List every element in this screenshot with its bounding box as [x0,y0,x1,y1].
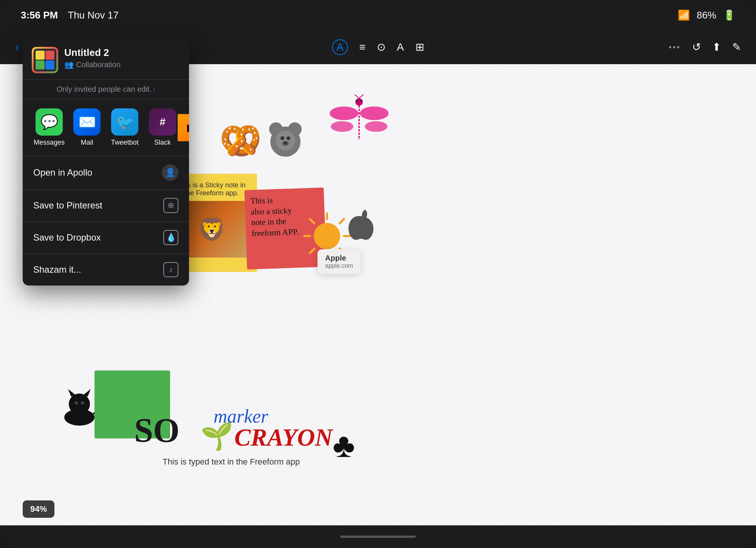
wifi-icon: 📶 [678,9,690,21]
open-apollo-label: Open in Apollo [33,167,92,178]
back-button[interactable]: ‹ [15,41,19,54]
pinterest-icon: ⊕ [163,198,178,213]
overflow-dots: ••• [669,42,681,52]
pretzel-emoji: 🥨 [219,121,262,161]
svg-point-14 [356,100,358,102]
spiral-text: SO [134,411,180,450]
svg-marker-29 [68,389,76,397]
svg-point-9 [330,107,358,120]
slack-icon: # [149,108,176,136]
svg-line-17 [359,94,364,98]
undo-button[interactable]: ↺ [692,41,701,53]
share-collab-label: 👥 Collaboration [64,60,180,69]
svg-line-25 [340,219,344,223]
typed-text: This is typed text in the Freeform app [163,457,300,467]
svg-point-15 [360,100,363,102]
bottom-bar [0,525,756,548]
svg-point-18 [314,223,340,249]
dragonfly-drawing [329,94,389,149]
share-button[interactable]: ⬆ [712,41,721,53]
svg-point-10 [360,107,389,120]
tool-shapes-icon[interactable]: ⊙ [377,41,386,53]
tool-text-icon[interactable]: ≡ [359,41,365,53]
svg-line-23 [310,219,314,223]
app-item-tweetbot[interactable]: 🐦 Tweetbot [106,108,144,147]
toolbar-tools: A ≡ ⊙ A ⊞ [332,39,424,55]
collab-icon: 👥 [64,60,74,69]
shazam-icon: ♪ [163,262,178,277]
dropbox-icon: 💧 [163,230,178,245]
tweetbot-icon: 🐦 [111,108,138,136]
markup-button[interactable]: ✎ [732,41,741,53]
svg-point-5 [287,136,290,140]
more-apps-partial: ▶ [178,114,189,141]
messages-label: Messages [34,139,65,147]
svg-point-32 [81,401,84,404]
mail-icon: ✉️ [73,108,101,136]
share-thumbnail [32,47,58,73]
home-indicator [340,536,416,538]
svg-point-11 [331,121,353,132]
share-header: Untitled 2 👥 Collaboration [23,38,189,80]
tweetbot-label: Tweetbot [111,139,138,147]
crayon-text: CRAYON [234,423,333,452]
status-right: 📶 86% 🔋 [678,9,735,21]
app-item-messages[interactable]: 💬 Messages [30,108,68,147]
share-doc-title: Untitled 2 [64,47,180,59]
save-pinterest-label: Save to Pinterest [33,200,102,211]
mail-label: Mail [81,139,93,147]
clover-symbol: ♣ [333,426,355,465]
apollo-icon: 👤 [162,164,178,181]
svg-point-12 [365,121,387,132]
status-date: Thu Nov 17 [68,9,118,21]
svg-marker-30 [83,389,91,397]
svg-line-16 [355,94,359,98]
slack-label: Slack [154,139,171,147]
share-invite-text[interactable]: Only invited people can edit. › [23,80,189,99]
save-to-dropbox-item[interactable]: Save to Dropbox 💧 [23,222,189,254]
ipad-frame: 3:56 PM Thu Nov 17 📶 86% 🔋 ‹ Untitled 2 … [0,0,756,548]
svg-point-28 [69,394,90,415]
svg-rect-34 [36,51,45,60]
svg-point-3 [276,131,295,150]
messages-icon: 💬 [36,108,63,136]
bear-emoji [265,113,306,172]
invite-arrow-icon: › [153,86,155,93]
toolbar-right: ••• ↺ ⬆ ✎ [669,41,741,53]
share-panel: Untitled 2 👥 Collaboration Only invited … [23,38,189,286]
apple-tooltip-url: apple.com [325,262,353,269]
svg-line-26 [310,249,314,253]
app-item-mail[interactable]: ✉️ Mail [68,108,106,147]
svg-point-13 [355,98,363,106]
svg-point-7 [284,141,287,144]
tool-pen-icon[interactable]: A [332,39,348,55]
share-info: Untitled 2 👥 Collaboration [64,47,180,69]
apple-tooltip: Apple apple.com [318,249,361,274]
toolbar-center: A ≡ ⊙ A ⊞ [332,39,424,55]
status-time: 3:56 PM [21,9,58,21]
svg-rect-36 [36,60,45,69]
tool-media-icon[interactable]: ⊞ [415,41,424,53]
status-bar: 3:56 PM Thu Nov 17 📶 86% 🔋 [0,0,756,30]
shazam-item[interactable]: Shazam it... ♪ [23,254,189,286]
battery-icon: 🔋 [723,9,735,21]
shazam-label: Shazam it... [33,264,81,275]
open-in-apollo-item[interactable]: Open in Apollo 👤 [23,156,189,190]
menu-items: Open in Apollo 👤 Save to Pinterest ⊕ Sav… [23,156,189,286]
apple-logo [344,208,374,249]
svg-point-31 [75,401,78,404]
tool-font-icon[interactable]: A [397,41,404,53]
svg-rect-35 [45,51,54,60]
zoom-indicator: 94% [23,500,54,518]
battery-level: 86% [697,9,716,21]
apple-tooltip-title: Apple [325,254,353,262]
flower-plant: 🌱 [200,421,233,452]
apps-row: 💬 Messages ✉️ Mail 🐦 Tweetbot # Slack ▶ [23,99,189,156]
app-item-slack[interactable]: # Slack [144,108,181,147]
svg-point-4 [280,136,284,140]
save-to-pinterest-item[interactable]: Save to Pinterest ⊕ [23,190,189,222]
save-dropbox-label: Save to Dropbox [33,232,101,243]
svg-rect-37 [45,60,54,69]
